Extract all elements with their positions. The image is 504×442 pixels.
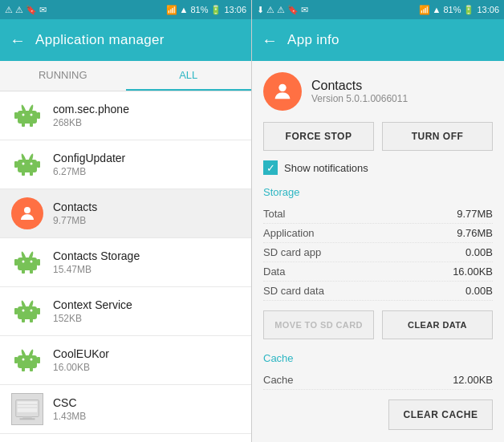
storage-label: SD card data	[263, 285, 324, 297]
clear-cache-button[interactable]: CLEAR CACHE	[388, 399, 493, 430]
force-stop-button[interactable]: FORCE STOP	[263, 122, 374, 151]
turn-off-button[interactable]: TURN OFF	[382, 122, 493, 151]
svg-rect-32	[37, 308, 40, 314]
app-info: CSC 1.43MB	[53, 396, 240, 422]
app-size: 9.77MB	[53, 215, 240, 226]
svg-rect-10	[22, 170, 25, 176]
svg-rect-22	[14, 259, 18, 266]
app-name-label: Contacts	[311, 79, 408, 93]
svg-rect-47	[18, 402, 38, 412]
svg-rect-23	[37, 259, 40, 266]
svg-point-8	[30, 114, 33, 116]
page-title: Application manager	[35, 32, 165, 48]
svg-rect-30	[30, 317, 33, 322]
app-info-text: Contacts Version 5.0.1.0066011	[311, 79, 408, 104]
clear-data-button[interactable]: CLEAR DATA	[382, 310, 493, 339]
app-name: Context Service	[53, 298, 240, 311]
svg-point-27	[30, 261, 33, 263]
app-size: 16.00KB	[53, 362, 240, 373]
storage-value: 0.00B	[465, 246, 493, 258]
storage-table: Total 9.77MB Application 9.76MB SD card …	[263, 205, 493, 301]
page-title: App info	[287, 32, 339, 48]
cache-row: Cache 12.00KB	[263, 371, 493, 390]
list-item[interactable]: CSC 1.43MB	[0, 385, 251, 434]
tab-all[interactable]: ALL	[126, 61, 252, 91]
back-button[interactable]: ←	[10, 31, 26, 50]
warning-icon-2: ⚠	[277, 5, 285, 15]
storage-buttons: MOVE TO SD CARD CLEAR DATA	[263, 310, 493, 339]
clear-cache-row: CLEAR CACHE	[263, 399, 493, 430]
app-info: Contacts Storage 15.47MB	[53, 249, 240, 275]
battery-icon: 🔋	[210, 5, 222, 15]
list-item-contacts[interactable]: Contacts 9.77MB	[0, 189, 251, 238]
clock: 13:06	[477, 5, 499, 14]
storage-row-total: Total 9.77MB	[263, 205, 493, 224]
storage-value: 16.00KB	[453, 266, 493, 278]
app-info: CoolEUKor 16.00KB	[53, 347, 240, 373]
storage-value: 9.76MB	[457, 227, 493, 239]
battery-icon: 🔋	[463, 5, 474, 15]
app-name: Contacts Storage	[53, 249, 240, 262]
app-size: 268KB	[53, 117, 240, 128]
list-item[interactable]: Device Provisioner 752KB	[0, 434, 251, 442]
warning-icon: ⚠	[266, 5, 274, 15]
list-item[interactable]: ConfigUpdater 6.27MB	[0, 140, 251, 189]
svg-point-18	[24, 207, 30, 213]
svg-rect-12	[14, 161, 18, 168]
app-name: com.sec.phone	[53, 103, 240, 116]
app-info: com.sec.phone 268KB	[53, 103, 240, 128]
status-icons-left: ⚠ ⚠ 🔖 ✉	[5, 5, 47, 15]
list-item[interactable]: Context Service 152KB	[0, 287, 251, 336]
back-button[interactable]: ←	[262, 31, 278, 50]
battery-text: 81%	[190, 5, 208, 14]
notifications-checkbox[interactable]: ✓	[263, 160, 278, 175]
app-size: 1.43MB	[53, 411, 240, 422]
app-name: CSC	[53, 396, 240, 409]
svg-point-61	[278, 84, 286, 91]
message-icon: ✉	[39, 5, 47, 15]
storage-row-application: Application 9.76MB	[263, 224, 493, 243]
signal-icon: 📶	[419, 5, 430, 15]
svg-point-26	[22, 261, 25, 263]
app-icon-status: 🔖	[287, 5, 299, 15]
csc-icon	[11, 393, 43, 425]
wifi-icon: ▲	[433, 5, 441, 14]
notifications-label: Show notifications	[284, 162, 368, 174]
wifi-icon: ▲	[180, 5, 189, 14]
right-status-bar: ⬇ ⚠ ⚠ 🔖 ✉ 📶 ▲ 81% 🔋 13:06	[252, 0, 504, 19]
svg-point-35	[22, 310, 25, 312]
svg-rect-2	[30, 121, 33, 127]
cache-label: Cache	[263, 374, 294, 386]
svg-rect-4	[37, 112, 40, 119]
app-icon-android	[11, 344, 43, 376]
list-item[interactable]: CoolEUKor 16.00KB	[0, 336, 251, 385]
svg-rect-41	[37, 357, 40, 363]
app-name: Contacts	[53, 201, 240, 213]
signal-icon: 📶	[166, 5, 177, 15]
status-icons-right: 📶 ▲ 81% 🔋 13:06	[166, 5, 246, 15]
svg-rect-37	[18, 355, 37, 368]
svg-rect-21	[30, 268, 33, 274]
app-list: com.sec.phone 268KB Con	[0, 91, 251, 442]
list-item[interactable]: com.sec.phone 268KB	[0, 91, 251, 140]
svg-rect-38	[22, 366, 25, 371]
svg-point-7	[22, 114, 25, 116]
storage-row-data: Data 16.00KB	[263, 262, 493, 282]
svg-rect-1	[22, 121, 25, 127]
app-info: Context Service 152KB	[53, 298, 240, 324]
app-name: ConfigUpdater	[53, 152, 240, 164]
app-icon-android	[11, 99, 43, 132]
tab-running[interactable]: RUNNING	[0, 61, 126, 91]
app-icon-status: 🔖	[26, 5, 37, 15]
contacts-icon	[11, 197, 43, 229]
storage-label: Data	[263, 266, 285, 278]
svg-point-36	[30, 310, 33, 312]
left-header: ← Application manager	[0, 19, 251, 61]
app-icon-android	[11, 295, 43, 327]
list-item[interactable]: Contacts Storage 15.47MB	[0, 238, 251, 287]
storage-row-sdcard-data: SD card data 0.00B	[263, 282, 493, 301]
status-icons-left: ⬇ ⚠ ⚠ 🔖 ✉	[257, 5, 308, 15]
left-panel: ⚠ ⚠ 🔖 ✉ 📶 ▲ 81% 🔋 13:06 ← Application ma…	[0, 0, 252, 442]
svg-rect-28	[18, 306, 37, 319]
cache-value: 12.00KB	[453, 374, 493, 386]
